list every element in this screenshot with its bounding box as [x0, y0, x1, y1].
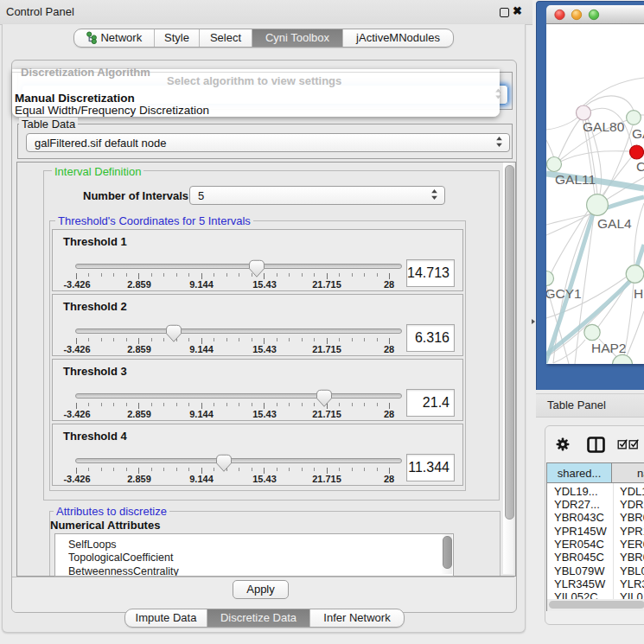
- svg-text:H: H: [634, 286, 643, 301]
- svg-text:C: C: [636, 159, 644, 174]
- svg-text:GAL11: GAL11: [555, 172, 596, 187]
- svg-text:GAL4: GAL4: [597, 216, 632, 231]
- svg-text:GAL80: GAL80: [583, 119, 625, 134]
- svg-text:HAP2: HAP2: [591, 341, 627, 355]
- svg-text:GCY1: GCY1: [546, 286, 582, 301]
- svg-text:GA: GA: [632, 126, 644, 141]
